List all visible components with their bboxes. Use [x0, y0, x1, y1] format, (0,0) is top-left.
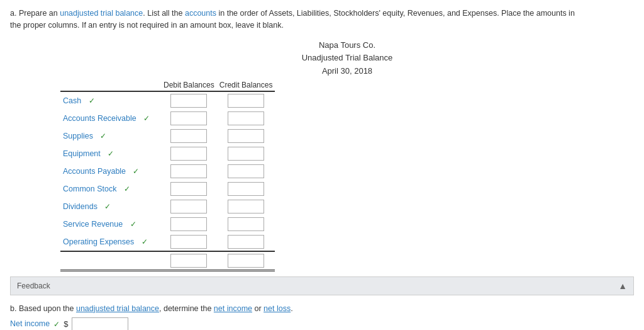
credit-input[interactable] — [228, 94, 264, 108]
credit-cell — [217, 127, 275, 145]
account-check-icon: ✓ — [98, 132, 106, 140]
account-name: Cash — [63, 96, 86, 105]
debit-input[interactable] — [170, 94, 207, 108]
feedback-label: Feedback — [17, 282, 50, 290]
debit-cell — [161, 110, 217, 127]
account-label-cell: Accounts Receivable ✓ — [60, 110, 161, 127]
table-row: Accounts Payable ✓ — [60, 162, 275, 180]
company-header: Napa Tours Co. Unadjusted Trial Balance … — [60, 39, 634, 78]
part-b-prefix: b. Based upon the — [10, 304, 76, 313]
account-check-icon: ✓ — [106, 149, 114, 158]
trial-balance-section: Napa Tours Co. Unadjusted Trial Balance … — [60, 39, 634, 271]
report-title: Unadjusted Trial Balance — [60, 52, 634, 65]
account-name: Operating Expenses — [63, 237, 139, 246]
part-b-or: or — [252, 304, 264, 313]
debit-input[interactable] — [170, 235, 207, 249]
debit-cell — [161, 162, 217, 180]
credit-cell — [217, 145, 275, 162]
part-a-middle: . List all the — [143, 9, 185, 18]
credit-input[interactable] — [228, 129, 264, 143]
table-row: Operating Expenses ✓ — [60, 233, 275, 251]
credit-input[interactable] — [228, 147, 264, 161]
account-name: Service Revenue — [63, 220, 128, 229]
table-row: Supplies ✓ — [60, 127, 275, 145]
debit-input[interactable] — [170, 182, 207, 196]
debit-cell — [161, 233, 217, 251]
dollar-sign: $ — [64, 318, 68, 330]
feedback-bar: Feedback ▲ — [10, 276, 634, 295]
instructions-text: a. Prepare an unadjusted trial balance. … — [10, 8, 576, 31]
net-income-link: net income — [214, 304, 252, 313]
debit-cell — [161, 91, 217, 110]
account-label-cell: Accounts Payable ✓ — [60, 162, 161, 180]
total-debit-input[interactable] — [170, 254, 207, 268]
section-b-instructions: b. Based upon the unadjusted trial balan… — [10, 303, 634, 330]
total-credit-input[interactable] — [228, 254, 264, 268]
account-check-icon: ✓ — [142, 114, 150, 123]
credit-input[interactable] — [228, 235, 264, 249]
account-check-icon: ✓ — [121, 185, 130, 193]
net-income-label: Net income — [10, 318, 50, 330]
credit-input[interactable] — [228, 111, 264, 125]
table-row: Accounts Receivable ✓ — [60, 110, 275, 127]
net-income-row: Net income ✓ $ — [10, 317, 634, 330]
debit-cell — [161, 180, 217, 198]
total-credit-cell — [217, 251, 275, 271]
credit-input[interactable] — [228, 182, 264, 196]
part-a-prefix: a. Prepare an — [10, 9, 60, 18]
debit-input[interactable] — [170, 217, 207, 231]
debit-input[interactable] — [170, 200, 207, 213]
net-income-input[interactable] — [72, 317, 128, 330]
debit-input[interactable] — [170, 111, 207, 125]
credit-input[interactable] — [228, 164, 264, 178]
net-income-check-icon: ✓ — [53, 319, 60, 330]
account-name: Dividends — [63, 202, 103, 211]
part-b-middle: , determine the — [159, 304, 214, 313]
debit-cell — [161, 145, 217, 162]
debit-column-header: Debit Balances — [161, 79, 217, 91]
account-name: Equipment — [63, 149, 106, 158]
account-name: Common Stock — [63, 185, 121, 193]
credit-cell — [217, 180, 275, 198]
account-column-header — [60, 79, 161, 91]
credit-cell — [217, 233, 275, 251]
credit-cell — [217, 198, 275, 215]
table-row: Service Revenue ✓ — [60, 215, 275, 233]
debit-cell — [161, 215, 217, 233]
table-row: Equipment ✓ — [60, 145, 275, 162]
debit-input[interactable] — [170, 147, 207, 161]
account-name: Supplies — [63, 132, 98, 140]
trial-balance-table: Debit Balances Credit Balances Cash ✓Acc… — [60, 79, 275, 271]
credit-cell — [217, 91, 275, 110]
total-label-cell — [60, 251, 161, 271]
account-label-cell: Equipment ✓ — [60, 145, 161, 162]
net-loss-link: net loss — [264, 304, 291, 313]
account-check-icon: ✓ — [131, 167, 139, 176]
total-row — [60, 251, 275, 271]
debit-input[interactable] — [170, 129, 207, 143]
credit-cell — [217, 215, 275, 233]
credit-cell — [217, 110, 275, 127]
account-label-cell: Common Stock ✓ — [60, 180, 161, 198]
company-name: Napa Tours Co. — [60, 39, 634, 52]
account-check-icon: ✓ — [139, 237, 147, 246]
table-row: Dividends ✓ — [60, 198, 275, 215]
account-label-cell: Supplies ✓ — [60, 127, 161, 145]
unadjusted-trial-balance-link1: unadjusted trial balance — [60, 9, 143, 18]
credit-input[interactable] — [228, 200, 264, 213]
credit-column-header: Credit Balances — [217, 79, 275, 91]
table-row: Cash ✓ — [60, 91, 275, 110]
credit-cell — [217, 162, 275, 180]
account-check-icon: ✓ — [103, 202, 111, 211]
unadjusted-trial-balance-link2: unadjusted trial balance — [76, 304, 159, 313]
account-label-cell: Service Revenue ✓ — [60, 215, 161, 233]
debit-input[interactable] — [170, 164, 207, 178]
account-label-cell: Dividends ✓ — [60, 198, 161, 215]
account-check-icon: ✓ — [128, 220, 136, 229]
account-check-icon: ✓ — [86, 96, 94, 105]
accounts-link: accounts — [185, 9, 216, 18]
credit-input[interactable] — [228, 217, 264, 231]
account-name: Accounts Receivable — [63, 114, 142, 123]
debit-cell — [161, 127, 217, 145]
account-name: Accounts Payable — [63, 167, 131, 176]
